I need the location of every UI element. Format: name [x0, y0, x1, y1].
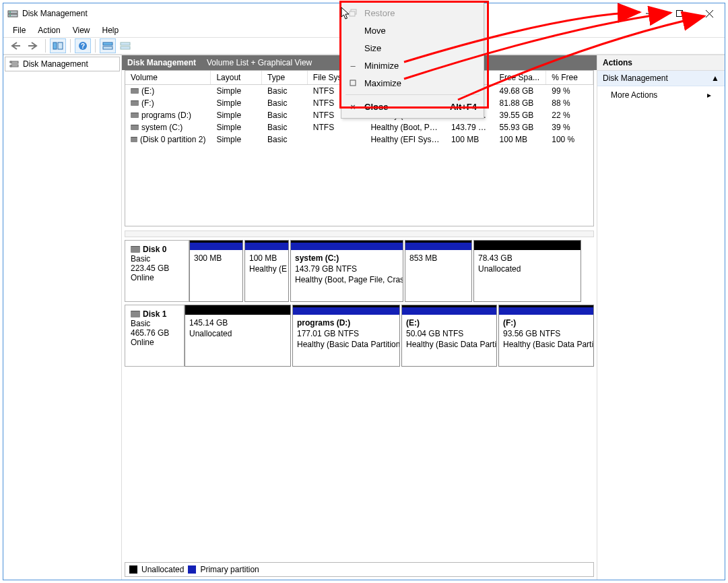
sysmenu-restore-label: Restore [364, 8, 395, 18]
partition[interactable]: 300 MB [189, 240, 243, 302]
legend-unallocated: Unallocated [141, 565, 184, 574]
svg-text:?: ? [81, 42, 85, 50]
submenu-arrow-icon: ▸ [707, 90, 711, 100]
tree-node-disk-management[interactable]: Disk Management [5, 57, 120, 71]
graphical-view[interactable]: Disk 0Basic223.45 GBOnline300 MB100 MBHe… [122, 237, 597, 559]
actions-section-label: Disk Management [603, 73, 668, 83]
partition[interactable]: (E:)50.04 GB NTFSHealthy (Basic Data Par… [401, 305, 497, 367]
partition[interactable]: 78.43 GBUnallocated [473, 240, 581, 302]
legend: Unallocated Primary partition [125, 562, 594, 577]
svg-rect-15 [103, 47, 112, 49]
col-layout[interactable]: Layout [211, 71, 262, 84]
partition[interactable]: 100 MBHealthy (E [244, 240, 289, 302]
center-header-title: Disk Management [127, 58, 196, 67]
separator [45, 39, 46, 53]
sysmenu-size[interactable]: Size [343, 39, 482, 57]
menu-file[interactable]: File [7, 24, 31, 36]
sysmenu-maximize-label: Maximize [364, 78, 401, 88]
svg-rect-5 [676, 11, 682, 17]
partition[interactable]: programs (D:)177.01 GB NTFSHealthy (Basi… [292, 305, 400, 367]
col-type[interactable]: Type [262, 71, 308, 84]
volume-row[interactable]: system (C:)SimpleBasicNTFSHealthy (Boot,… [125, 121, 593, 133]
partition[interactable]: (F:)93.56 GB NTFSHealthy (Basic Data Par… [498, 305, 594, 367]
help-button[interactable]: ? [75, 38, 91, 53]
menu-action[interactable]: Action [32, 24, 65, 36]
svg-point-21 [9, 65, 12, 67]
back-button[interactable] [7, 38, 24, 53]
close-icon: × [347, 102, 359, 112]
disk-row[interactable]: Disk 0Basic223.45 GBOnline300 MB100 MBHe… [125, 240, 594, 302]
col-freespace[interactable]: Free Spa... [494, 71, 547, 84]
col-pctfree[interactable]: % Free [546, 71, 593, 84]
sysmenu-restore: Restore [343, 4, 482, 22]
main-body: Disk Management Disk Management Volume L… [3, 55, 725, 580]
system-menu: Restore Move Size – Minimize Maximize × … [341, 1, 484, 119]
window-title: Disk Management [22, 9, 634, 18]
more-actions[interactable]: More Actions ▸ [597, 86, 725, 104]
sysmenu-close-shortcut: Alt+F4 [450, 102, 477, 112]
svg-rect-16 [121, 42, 130, 45]
disk-row[interactable]: Disk 1Basic465.76 GBOnline145.14 GBUnall… [125, 305, 594, 367]
menu-view[interactable]: View [67, 24, 96, 36]
cursor-icon [341, 7, 352, 20]
volume-row[interactable]: (Disk 0 partition 2)SimpleBasicHealthy (… [125, 133, 593, 146]
actions-pane: Actions Disk Management ▲ More Actions ▸ [597, 55, 725, 580]
svg-rect-14 [103, 42, 112, 45]
more-actions-label: More Actions [611, 90, 657, 100]
center-pane: Disk Management Volume List + Graphical … [122, 55, 597, 580]
sysmenu-size-label: Size [364, 43, 381, 53]
maximize-icon [347, 80, 359, 86]
splitter[interactable] [125, 231, 594, 237]
partition[interactable]: 853 MB [405, 240, 472, 302]
sysmenu-minimize-label: Minimize [364, 61, 399, 71]
minimize-icon: – [347, 61, 359, 71]
disk-label[interactable]: Disk 0Basic223.45 GBOnline [125, 240, 189, 302]
svg-rect-18 [11, 61, 18, 63]
sysmenu-move-label: Move [364, 26, 386, 36]
legend-primary: Primary partition [200, 565, 259, 574]
partition[interactable]: 145.14 GBUnallocated [185, 305, 291, 367]
svg-rect-11 [58, 42, 63, 49]
svg-point-20 [9, 61, 12, 63]
svg-point-2 [9, 11, 11, 13]
svg-rect-10 [53, 42, 57, 49]
minimize-button[interactable] [634, 3, 664, 24]
separator [95, 39, 96, 53]
sysmenu-move[interactable]: Move [343, 22, 482, 39]
settings-bottom-button[interactable] [117, 38, 133, 53]
console-tree[interactable]: Disk Management [3, 55, 122, 580]
sysmenu-minimize[interactable]: – Minimize [343, 57, 482, 74]
svg-rect-24 [350, 80, 356, 86]
menu-separator [345, 94, 479, 95]
disk-management-icon [9, 59, 20, 69]
col-volume[interactable]: Volume [125, 71, 211, 84]
svg-rect-17 [121, 47, 130, 49]
forward-button[interactable] [25, 38, 41, 53]
actions-header: Actions [597, 55, 725, 71]
sysmenu-maximize[interactable]: Maximize [343, 74, 482, 92]
sysmenu-close-label: Close [364, 102, 388, 112]
app-icon [7, 8, 18, 19]
close-button[interactable] [694, 3, 725, 24]
disk-label[interactable]: Disk 1Basic465.76 GBOnline [125, 305, 185, 367]
sysmenu-close[interactable]: × Close Alt+F4 [343, 98, 482, 115]
actions-section[interactable]: Disk Management ▲ [597, 71, 725, 86]
tree-node-label: Disk Management [23, 59, 88, 69]
center-header-subtitle: Volume List + Graphical View [207, 58, 312, 67]
swatch-unallocated [129, 565, 137, 574]
show-hide-console-tree-button[interactable] [50, 38, 66, 53]
swatch-primary [188, 565, 196, 574]
settings-top-button[interactable] [100, 38, 116, 53]
menu-help[interactable]: Help [97, 24, 125, 36]
collapse-icon: ▲ [711, 73, 719, 83]
separator [70, 39, 71, 53]
svg-point-3 [9, 15, 11, 16]
partition[interactable]: system (C:)143.79 GB NTFSHealthy (Boot, … [290, 240, 403, 302]
svg-rect-19 [11, 65, 18, 67]
maximize-button[interactable] [664, 3, 694, 24]
